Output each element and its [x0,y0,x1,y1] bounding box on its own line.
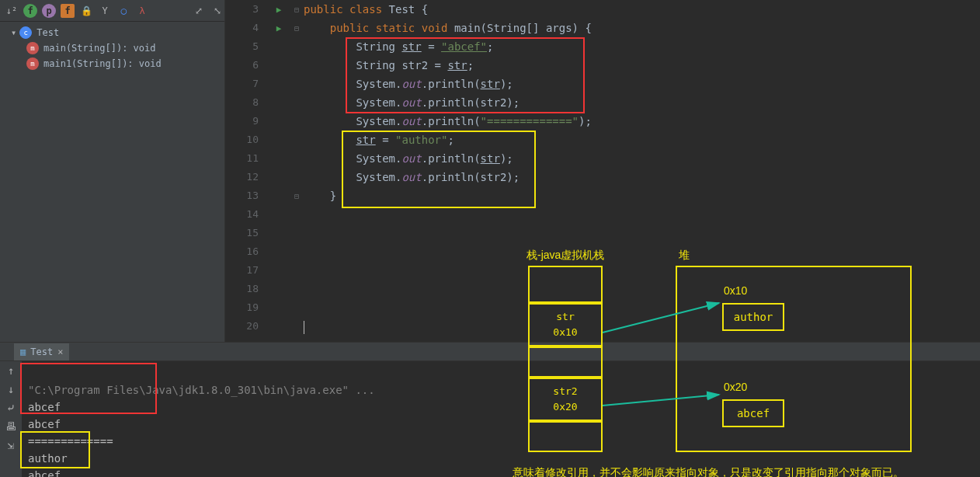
fields2-icon[interactable]: f [61,4,75,18]
wrap-icon[interactable]: ⤶ [6,402,16,414]
fields-icon[interactable]: f [23,4,37,18]
class-icon: c [19,26,32,39]
structure-panel: ↓² f p f 🔒 Y ◯ λ ⤢ ⤡ ▾ c Test m main(Str… [0,0,225,342]
line-gutter: 345 678 91011 121314 151617 181920 [225,0,268,342]
method-icon: m [26,42,39,54]
close-icon[interactable]: × [57,346,63,357]
up-icon[interactable]: ↑ [8,364,14,377]
console-output[interactable]: "C:\Program Files\Java\jdk1.8.0_301\bin\… [22,361,980,477]
print-icon[interactable]: 🖶 [5,420,16,433]
fold-gutter: ⊟⊟ ⊟ [290,0,304,342]
tree-method[interactable]: m main1(String[]): void [0,56,224,71]
tree-icon[interactable]: Y [98,4,112,18]
run-tab[interactable]: ▦ Test × [14,343,69,360]
run-class-icon[interactable]: ▶ [276,5,282,15]
run-method-icon[interactable]: ▶ [276,23,282,33]
method-icon: m [26,57,39,70]
sort-icon[interactable]: ↓² [5,4,19,18]
run-tab-label: Test [30,346,53,357]
expand-icon[interactable]: ⤢ [192,4,206,18]
lock-icon[interactable]: 🔒 [79,4,93,18]
collapse-icon[interactable]: ⤡ [210,4,224,18]
structure-toolbar: ↓² f p f 🔒 Y ◯ λ ⤢ ⤡ [0,0,224,22]
circle-icon[interactable]: ◯ [116,4,130,18]
down-icon[interactable]: ↓ [8,383,14,395]
run-panel: ▦ Test × ↑ ↓ ⤶ 🖶 ⇲ "C:\Program Files\Jav… [0,342,980,477]
text-caret [304,321,304,334]
code-editor[interactable]: 345 678 91011 121314 151617 181920 ▶ ▶ ⊟… [225,0,980,342]
tree-method[interactable]: m main(String[]): void [0,40,224,56]
properties-icon[interactable]: p [42,4,56,18]
lambda-icon[interactable]: λ [135,4,149,18]
tree-method-label: main(String[]): void [43,43,156,54]
tree-class[interactable]: ▾ c Test [0,25,224,40]
tree-class-label: Test [36,27,59,38]
tree-method-label: main1(String[]): void [43,58,162,69]
app-icon: ▦ [20,346,26,357]
export-icon[interactable]: ⇲ [8,439,14,451]
run-gutter: ▶ ▶ [268,0,290,342]
